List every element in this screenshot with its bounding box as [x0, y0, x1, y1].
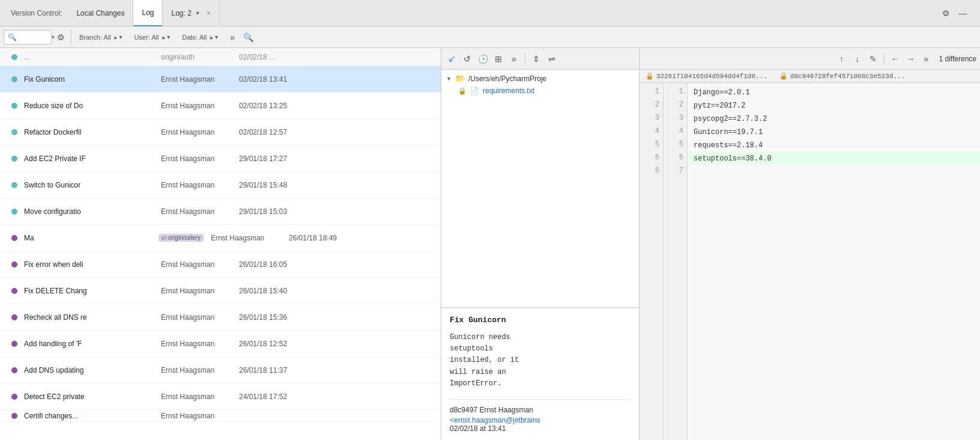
expand-icon[interactable]: ⇕ [530, 52, 543, 66]
commit-message-text: Fix Gunicorn [24, 75, 156, 84]
settings-icon[interactable]: ⚙ [939, 7, 952, 20]
line-numbers-right: 1 2 3 4 5 6 7 [664, 83, 688, 440]
commit-info: ... origin/auth 02/02/18 ... [24, 53, 436, 61]
middle-toolbar: ↙ ↺ 🕒 ⊞ » ⇕ ⇌ [441, 48, 639, 70]
history-icon[interactable]: 🕒 [476, 52, 489, 66]
graph-dot [11, 103, 17, 109]
diff-hash-right: 🔒 d8c949728fef4571068c3e523d... [779, 72, 905, 80]
table-row[interactable]: Certifi changes... Ernst Haagsman [0, 410, 441, 422]
next-diff-icon[interactable]: ↓ [851, 52, 864, 66]
date-filter[interactable]: Date: All ▲▼ [178, 30, 223, 44]
settings-filter-icon[interactable]: ⚙ [54, 31, 67, 44]
undo-icon[interactable]: ↺ [461, 52, 474, 66]
table-row[interactable]: Add EC2 Private IF Ernst Haagsman 29/01/… [0, 145, 441, 172]
list-item[interactable]: ▼ 📁 /Users/eh/PycharmProje [441, 72, 639, 85]
graph-dot [11, 156, 17, 162]
table-row[interactable]: Fix error when deli Ernst Haagsman 26/01… [0, 251, 441, 278]
commit-hash-line: d8c9497 Ernst Haagsman [450, 406, 631, 414]
chevron-down-icon: ▼ [195, 10, 201, 16]
grid-icon[interactable]: ⊞ [492, 52, 505, 66]
diff-hash-left: 🔒 322617104165d4d594dd4f1d6... [646, 72, 767, 80]
graph-indicator [5, 54, 24, 60]
folder-icon: 📁 [455, 74, 465, 83]
diff-line: pytz==2017.2 [688, 99, 980, 112]
tab-log[interactable]: Log [133, 0, 163, 26]
middle-panel: ↙ ↺ 🕒 ⊞ » ⇕ ⇌ ▼ 📁 /Users/eh/PycharmProje… [441, 48, 640, 440]
more-diff-icon[interactable]: » [920, 52, 933, 66]
tab-bar: Version Control: Local Changes Log Log: … [0, 0, 980, 26]
table-row[interactable]: Refactor Dockerfil Ernst Haagsman 02/02/… [0, 119, 441, 145]
file-name-text: requirements.txt [483, 87, 534, 95]
diff-line: Gunicorn==19.7.1 [688, 125, 980, 138]
commit-list: ... origin/auth 02/02/18 ... Fix Gunicor… [0, 48, 441, 440]
minimize-icon[interactable]: — [956, 7, 969, 20]
graph-dot [11, 341, 17, 347]
back-icon[interactable]: ← [889, 52, 902, 66]
diff-lines: Django==2.0.1 pytz==2017.2 psycopg2==2.7… [688, 83, 980, 440]
more-icon[interactable]: » [507, 52, 521, 66]
diff-area: 1 2 3 4 5 6 6 1 2 3 4 5 6 7 [640, 83, 980, 440]
graph-dot [11, 261, 17, 267]
triangle-icon: ▼ [446, 76, 452, 82]
commit-email: <ernst.haagsman@jetbrains [450, 416, 631, 424]
table-row[interactable]: Move configuratio Ernst Haagsman 29/01/1… [0, 198, 441, 225]
graph-dot [11, 76, 17, 82]
graph-dot [11, 314, 17, 320]
table-row[interactable]: Switch to Gunicor Ernst Haagsman 29/01/1… [0, 172, 441, 198]
diff-line: psycopg2==2.7.3.2 [688, 112, 980, 125]
lock-icon: 🔒 [458, 87, 467, 95]
branch-filter[interactable]: Branch: All ▲▼ [75, 30, 127, 44]
search-toolbar-icon[interactable]: 🔍 [241, 31, 255, 44]
search-input[interactable] [19, 34, 49, 41]
line-numbers-left: 1 2 3 4 5 6 6 [640, 83, 664, 440]
graph-dot [11, 394, 17, 400]
fetch-icon[interactable]: ↙ [445, 52, 458, 66]
tag-badge: 🏷 origin/celery [159, 234, 204, 242]
diff-toolbar: ↑ ↓ ✎ ← → » 1 difference [640, 48, 980, 70]
diff-line-added: setuptools==38.4.0 [688, 151, 980, 165]
graph-dot [11, 129, 17, 135]
user-filter[interactable]: User: All ▲▼ [130, 30, 175, 44]
graph-dot [11, 413, 17, 419]
commit-meta: d8c9497 Ernst Haagsman <ernst.haagsman@j… [450, 399, 631, 433]
file-icon: 📄 [470, 87, 479, 95]
main-toolbar: 🔍 ▼ ⚙ Branch: All ▲▼ User: All ▲▼ Date: … [0, 26, 980, 48]
prev-diff-icon[interactable]: ↑ [835, 52, 848, 66]
diff-line: Django==2.0.1 [688, 85, 980, 99]
edit-icon[interactable]: ✎ [867, 52, 880, 66]
more-filters-icon[interactable]: » [226, 31, 239, 44]
graph-dot [11, 54, 17, 60]
commit-author-text: Ernst Haagsman [156, 75, 234, 84]
user-chevron-icon: ▲▼ [160, 34, 171, 40]
table-row[interactable]: Detect EC2 private Ernst Haagsman 24/01/… [0, 383, 441, 410]
commit-title: Fix Gunicorn [450, 316, 631, 325]
table-row[interactable]: Add DNS updating Ernst Haagsman 26/01/18… [0, 357, 441, 383]
commit-message-panel: Fix Gunicorn Gunicorn needs setuptools i… [441, 308, 639, 440]
close-icon[interactable]: × [207, 9, 211, 17]
commit-date-text: 02/02/18 13:41 [234, 75, 287, 84]
tab-log2[interactable]: Log: 2 ▼ × [163, 0, 219, 26]
table-row[interactable]: ... origin/auth 02/02/18 ... [0, 48, 441, 66]
split-icon[interactable]: ⇌ [545, 52, 558, 66]
list-item[interactable]: 🔒 📄 requirements.txt [441, 85, 639, 97]
graph-dot [11, 209, 17, 215]
table-row[interactable]: Fix DELETE Chang Ernst Haagsman 26/01/18… [0, 278, 441, 304]
commit-info: Fix Gunicorn Ernst Haagsman 02/02/18 13:… [24, 75, 436, 84]
table-row[interactable]: Ma 🏷 origin/celery Ernst Haagsman 26/01/… [0, 225, 441, 251]
table-row[interactable]: Reduce size of Do Ernst Haagsman 02/02/1… [0, 93, 441, 119]
commit-body: Gunicorn needs setuptools installed, or … [450, 332, 631, 390]
main-content: ... origin/auth 02/02/18 ... Fix Gunicor… [0, 48, 980, 440]
table-row[interactable]: Fix Gunicorn Ernst Haagsman 02/02/18 13:… [0, 66, 441, 93]
search-box[interactable]: 🔍 ▼ [4, 30, 52, 44]
diff-panel: ↑ ↓ ✎ ← → » 1 difference 🔒 322617104165d… [640, 48, 980, 440]
table-row[interactable]: Recheck all DNS re Ernst Haagsman 26/01/… [0, 304, 441, 331]
graph-indicator [5, 76, 24, 82]
lock-left-icon: 🔒 [646, 72, 654, 80]
right-panels: ↙ ↺ 🕒 ⊞ » ⇕ ⇌ ▼ 📁 /Users/eh/PycharmProje… [441, 48, 980, 440]
tab-local-changes[interactable]: Local Changes [68, 0, 133, 26]
table-row[interactable]: Add handling of 'F Ernst Haagsman 26/01/… [0, 331, 441, 357]
forward-icon[interactable]: → [904, 52, 918, 66]
graph-dot [11, 367, 17, 373]
commit-time-line: 02/02/18 at 13:41 [450, 424, 631, 433]
date-chevron-icon: ▲▼ [208, 34, 219, 40]
